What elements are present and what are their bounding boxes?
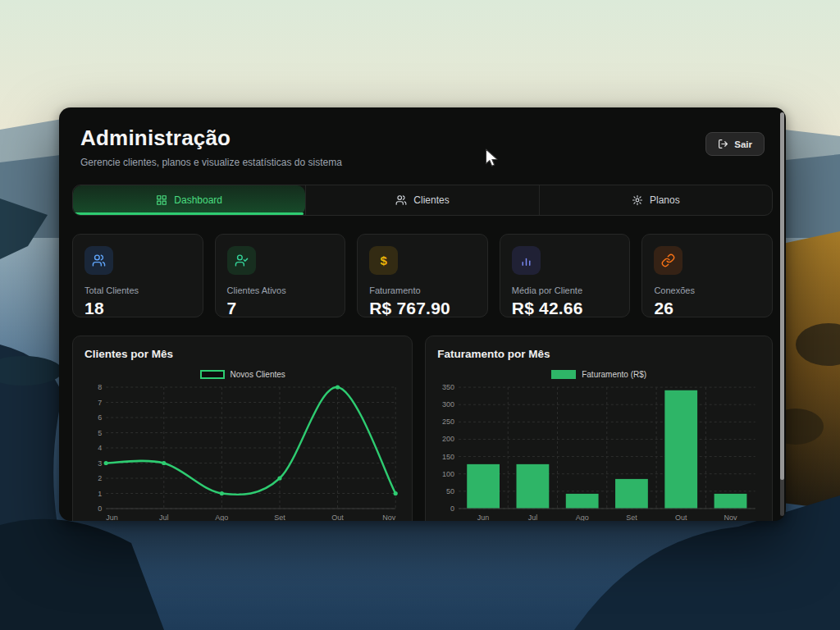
svg-text:Jul: Jul [528, 514, 538, 521]
stat-icon-box: $ [369, 246, 398, 275]
svg-text:2: 2 [98, 474, 102, 482]
stat-value: R$ 767.90 [369, 299, 476, 318]
tab-label: Planos [650, 194, 680, 206]
svg-text:7: 7 [98, 399, 102, 407]
scrollbar-thumb[interactable] [780, 112, 784, 480]
svg-text:150: 150 [442, 453, 454, 461]
logout-icon [718, 139, 728, 149]
tab-label: Dashboard [174, 194, 222, 206]
svg-text:4: 4 [98, 444, 102, 452]
svg-text:Ago: Ago [576, 514, 589, 521]
stat-icon-box [512, 246, 541, 275]
tab-dashboard[interactable]: Dashboard [73, 185, 305, 215]
svg-text:200: 200 [442, 435, 454, 443]
stat-label: Conexões [654, 285, 760, 295]
page-subtitle: Gerencie clientes, planos e visualize es… [80, 157, 342, 168]
stat-value: 26 [654, 299, 760, 318]
stat-label: Faturamento [369, 285, 476, 295]
charts-row: Clientes por Mês Novos Clientes 01234567… [72, 336, 773, 521]
svg-text:8: 8 [98, 383, 102, 391]
grid-icon [156, 194, 167, 206]
window-header: Administração Gerencie clientes, planos … [59, 107, 786, 168]
svg-text:6: 6 [98, 413, 102, 422]
stat-icon-box [84, 246, 113, 275]
legend-label: Faturamento (R$) [582, 370, 646, 379]
svg-text:350: 350 [442, 383, 454, 391]
stat-card-conexoes: Conexões 26 [641, 234, 773, 317]
window-scrollbar[interactable] [780, 112, 784, 516]
svg-text:Ago: Ago [215, 514, 228, 521]
svg-text:Nov: Nov [382, 514, 396, 521]
svg-text:3: 3 [98, 459, 102, 468]
legend-swatch-bar [551, 370, 576, 379]
svg-text:Nov: Nov [724, 514, 737, 521]
user-check-icon [235, 253, 249, 267]
legend-label: Novos Clientes [231, 370, 285, 379]
svg-text:Out: Out [675, 514, 687, 521]
logout-label: Sair [734, 139, 752, 149]
svg-text:Out: Out [331, 514, 344, 521]
stat-icon-box [227, 246, 256, 275]
svg-text:0: 0 [450, 504, 454, 513]
tab-planos[interactable]: Planos [539, 185, 772, 215]
svg-text:Jun: Jun [477, 514, 490, 521]
stat-card-clientes-ativos: Clientes Ativos 7 [215, 234, 346, 317]
svg-text:Jul: Jul [159, 514, 169, 521]
clients-line-chart: 012345678JunJulAgoSetOutNov [84, 382, 400, 521]
svg-text:1: 1 [98, 490, 102, 498]
chart-title: Clientes por Mês [84, 348, 400, 360]
logout-button[interactable]: Sair [705, 132, 765, 156]
title-block: Administração Gerencie clientes, planos … [80, 126, 342, 168]
stat-card-faturamento: $ Faturamento R$ 767.90 [357, 234, 488, 317]
stat-value: R$ 42.66 [512, 299, 619, 318]
tab-clientes[interactable]: Clientes [305, 185, 538, 215]
gear-icon [632, 194, 643, 206]
svg-text:250: 250 [442, 418, 454, 426]
svg-text:5: 5 [98, 429, 102, 437]
stat-label: Clientes Ativos [227, 285, 334, 295]
svg-text:Jun: Jun [106, 514, 118, 521]
stat-card-total-clientes: Total Clientes 18 [72, 234, 203, 317]
revenue-bar-chart: 050100150200250300350JunJulAgoSetOutNov [437, 382, 760, 521]
stat-value: 18 [84, 299, 191, 318]
stat-value: 7 [227, 299, 334, 318]
revenue-chart-panel: Faturamento por Mês Faturamento (R$) 050… [425, 336, 773, 521]
svg-text:100: 100 [442, 470, 454, 478]
stat-card-media-por-cliente: Média por Cliente R$ 42.66 [500, 234, 631, 317]
stats-row: Total Clientes 18 Clientes Ativos 7 $ Fa… [72, 234, 773, 317]
clients-chart-panel: Clientes por Mês Novos Clientes 01234567… [72, 336, 413, 521]
svg-text:0: 0 [98, 504, 102, 513]
stat-label: Total Clientes [84, 285, 191, 295]
svg-text:300: 300 [442, 400, 454, 409]
legend-swatch-line [200, 370, 225, 379]
tab-bar: Dashboard Clientes Planos [72, 185, 773, 216]
link-icon [661, 253, 675, 267]
chart-legend: Faturamento (R$) [437, 370, 760, 379]
admin-window: Administração Gerencie clientes, planos … [59, 107, 786, 521]
chart-title: Faturamento por Mês [437, 348, 760, 360]
page-title: Administração [80, 126, 342, 151]
users-icon [92, 253, 106, 267]
bar-chart-icon [519, 253, 533, 267]
stat-icon-box [654, 246, 682, 275]
users-icon [395, 194, 407, 206]
svg-text:50: 50 [446, 487, 454, 495]
tab-label: Clientes [413, 194, 449, 206]
dollar-icon: $ [381, 253, 387, 267]
svg-text:Set: Set [274, 514, 285, 521]
chart-legend: Novos Clientes [84, 370, 400, 379]
svg-text:Set: Set [627, 514, 638, 521]
stat-label: Média por Cliente [512, 285, 619, 295]
